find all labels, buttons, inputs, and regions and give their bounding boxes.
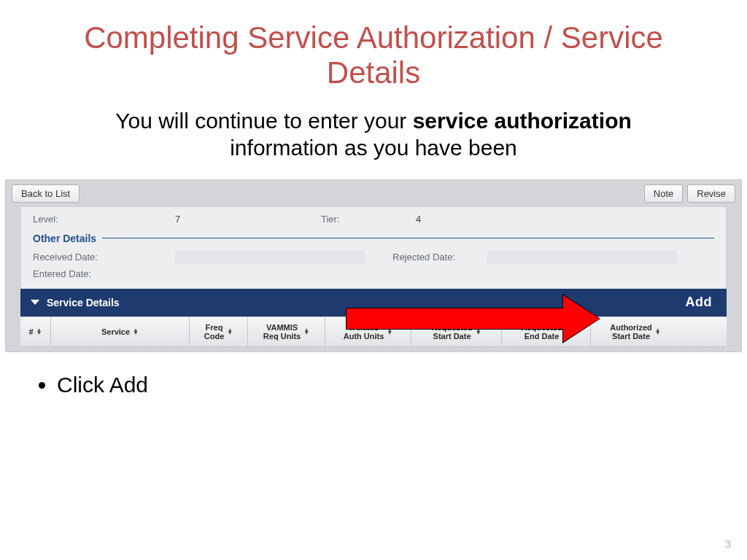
back-to-list-button[interactable]: Back to List <box>12 184 80 203</box>
collapse-icon[interactable] <box>31 300 39 305</box>
page-number: 3 <box>725 537 731 550</box>
add-button[interactable]: Add <box>686 295 717 310</box>
sort-icon[interactable]: ▲▼ <box>36 329 42 335</box>
column-header[interactable]: VAMMIS Req Units▲▼ <box>248 317 325 346</box>
rejected-date-field[interactable] <box>487 251 677 264</box>
tier-label: Tier: <box>321 214 416 225</box>
service-details-title: Service Details <box>47 297 120 308</box>
other-details-legend-text: Other Details <box>33 233 102 244</box>
level-label: Level: <box>33 214 175 225</box>
sort-icon[interactable]: ▲▼ <box>655 329 661 335</box>
toolbar: Back to List Note Revise <box>6 180 741 207</box>
subtitle-pre: You will continue to enter your <box>115 109 412 133</box>
column-header[interactable]: Service▲▼ <box>51 317 190 346</box>
note-button[interactable]: Note <box>644 184 683 203</box>
subtitle-bold: service authorization <box>413 109 632 133</box>
subtitle-post: information as you have been <box>230 136 517 160</box>
revise-button[interactable]: Revise <box>687 184 735 203</box>
received-date-field[interactable] <box>175 251 365 264</box>
info-panel: Level: 7 Tier: 4 Other Details Received … <box>20 207 727 289</box>
slide-title: Completing Service Authorization / Servi… <box>0 0 747 98</box>
slide-subtitle: You will continue to enter your service … <box>0 98 747 175</box>
app-screenshot: Back to List Note Revise Level: 7 Tier: … <box>5 179 742 352</box>
sort-icon[interactable]: ▲▼ <box>227 329 233 335</box>
received-date-label: Received Date: <box>33 252 175 262</box>
entered-date-label: Entered Date: <box>33 268 175 279</box>
other-details-legend: Other Details <box>33 233 714 244</box>
instruction-item: Click Add <box>57 373 747 397</box>
tier-value: 4 <box>416 214 562 225</box>
sort-icon[interactable]: ▲▼ <box>133 329 139 335</box>
column-header[interactable]: #▲▼ <box>20 317 51 346</box>
column-header[interactable]: Freq Code▲▼ <box>190 317 248 346</box>
rejected-date-label: Rejected Date: <box>392 252 487 262</box>
sort-icon[interactable]: ▲▼ <box>303 329 309 335</box>
instruction-list: Click Add <box>0 352 747 397</box>
level-value: 7 <box>175 214 321 225</box>
callout-arrow <box>346 292 608 343</box>
